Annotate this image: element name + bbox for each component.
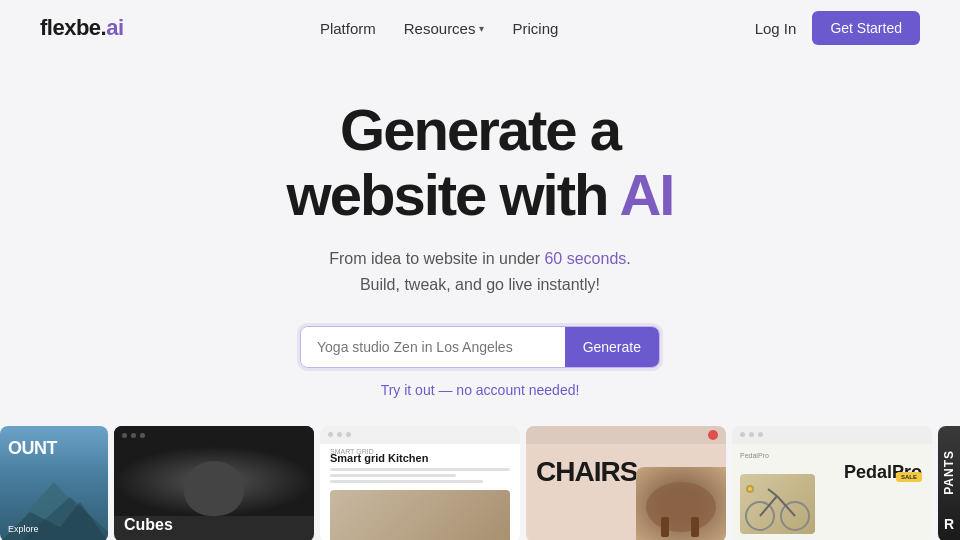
dot-icon [337,432,342,437]
logo-ai: ai [106,15,123,41]
card-5-badge: SALE [896,472,922,482]
get-started-button[interactable]: Get Started [812,11,920,45]
card-5-image [740,474,815,534]
nav-platform[interactable]: Platform [320,20,376,37]
card-6-sub: R [944,516,954,532]
preview-card-2[interactable]: Cubes [114,426,314,540]
logo-text: flexbe. [40,15,106,41]
svg-rect-5 [691,517,699,537]
line [330,468,510,471]
preview-card-4[interactable]: CHAIRS [526,426,726,540]
preview-cards: OUNT Explore Cubes Smart Grid Smart grid… [0,426,960,540]
svg-point-3 [646,482,716,532]
chevron-down-icon: ▾ [479,23,484,34]
search-bar: Generate [300,326,660,368]
hero-subtitle-pre: From idea to website in under [329,250,544,267]
hero-subtitle: From idea to website in under 60 seconds… [329,246,631,297]
dot-icon [328,432,333,437]
header-actions: Log In Get Started [755,11,920,45]
card-2-image [114,446,314,516]
dot-icon [140,433,145,438]
card-1-sub: Explore [8,524,39,534]
dot-icon [740,432,745,437]
svg-rect-4 [661,517,669,537]
card-2-topbar [114,426,314,446]
card-3-title: Smart grid Kitchen [330,452,428,464]
dot-icon [346,432,351,437]
try-it-out-label: Try it out — no account needed! [381,382,580,398]
line [330,474,456,477]
hero-title-line1: Generate a [340,98,620,162]
logo[interactable]: flexbe.ai [40,15,124,41]
card-2-title: Cubes [124,516,173,534]
hero-title-line2-pre: website with [287,162,620,227]
card-3-image [330,490,510,540]
hero-subtitle-highlight: 60 seconds [544,250,626,267]
close-icon [708,430,718,440]
hero-subtitle-line2: Build, tweak, and go live instantly! [360,276,600,293]
svg-line-9 [777,496,795,516]
card-3-topbar [320,426,520,444]
hero-subtitle-post: . [626,250,630,267]
chair-icon [636,467,726,540]
rock-icon [184,461,244,516]
preview-card-6[interactable]: PANTS R [938,426,960,540]
dot-icon [131,433,136,438]
dot-icon [122,433,127,438]
card-1-title: OUNT [8,438,57,459]
bike-icon [740,474,815,534]
hero-title-line2: website with AI [287,162,674,229]
nav-pricing[interactable]: Pricing [512,20,558,37]
svg-line-10 [768,489,777,496]
preview-card-3[interactable]: Smart Grid Smart grid Kitchen [320,426,520,540]
search-input[interactable] [301,327,565,367]
line [330,480,483,483]
nav-resources[interactable]: Resources ▾ [404,20,485,37]
dot-icon [758,432,763,437]
hero-section: Generate a website with AI From idea to … [0,56,960,398]
card-5-topbar [732,426,932,444]
card-4-topbar [526,426,726,444]
card-5-brand: PedalPro [740,452,769,459]
card-4-title: CHAIRS [536,456,637,488]
login-button[interactable]: Log In [755,20,797,37]
card-4-image [636,467,726,540]
generate-button[interactable]: Generate [565,327,659,367]
card-6-title: PANTS [942,450,956,495]
preview-card-5[interactable]: PedalPro PedalPro SALE [732,426,932,540]
hero-title-ai: AI [619,162,673,227]
svg-point-12 [748,487,752,491]
card-3-lines [330,468,510,486]
preview-card-1[interactable]: OUNT Explore [0,426,108,540]
header: flexbe.ai Platform Resources ▾ Pricing L… [0,0,960,56]
main-nav: Platform Resources ▾ Pricing [320,20,558,37]
dot-icon [749,432,754,437]
